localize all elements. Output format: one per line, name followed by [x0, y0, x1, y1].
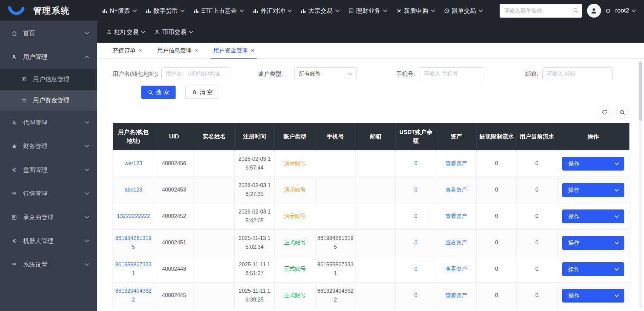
cell-uid: 40002452: [154, 203, 194, 229]
sidebar-item[interactable]: ★财务管理: [0, 134, 97, 158]
table-header-row: 用户名(钱包地址)UID实名姓名注册时间账户类型手机号邮箱USDT账户余额资产提…: [113, 123, 629, 150]
topnav-item[interactable]: 大宗交易: [296, 0, 344, 21]
user-menu[interactable]: root2: [615, 7, 635, 14]
bar-chart-icon: [146, 8, 151, 14]
topnav-item[interactable]: 数字货币: [141, 0, 189, 21]
topnav-item[interactable]: 外汇对冲: [248, 0, 296, 21]
refresh-button[interactable]: [598, 106, 611, 118]
sidebar-subitem[interactable]: 用户信息管理: [0, 69, 97, 90]
cell-user-current-flow: 0: [517, 150, 557, 177]
cell-usdt-balance: 0: [396, 177, 436, 203]
column-header: 账户类型: [275, 123, 315, 150]
email-input[interactable]: [542, 67, 613, 80]
view-assets-link[interactable]: 查看资产: [445, 240, 467, 245]
gear-icon: [10, 238, 19, 244]
sidebar-item[interactable]: 用户管理: [0, 45, 97, 69]
column-header: 注册时间: [235, 123, 275, 150]
username-link[interactable]: 8619842653195: [115, 235, 152, 250]
column-header: UID: [154, 123, 194, 150]
username-link[interactable]: 13222222222: [117, 213, 150, 219]
row-action-button[interactable]: 操作: [562, 289, 624, 303]
search-button[interactable]: 搜 索: [141, 86, 176, 99]
row-action-label: 操作: [568, 213, 580, 220]
topnav-item[interactable]: 跟单交易: [439, 0, 487, 21]
user-avatar[interactable]: [587, 4, 601, 18]
username-link[interactable]: wer123: [124, 160, 142, 166]
topnav-item[interactable]: 新股申购: [391, 0, 439, 21]
column-header: 用户当前流水: [517, 123, 557, 150]
view-assets-link[interactable]: 查看资产: [445, 213, 467, 219]
usdt-balance-link[interactable]: 0: [415, 292, 418, 298]
sidebar-item[interactable]: 机器人管理: [0, 229, 97, 253]
sidebar-item[interactable]: 首页: [0, 21, 97, 45]
search-tool-button[interactable]: [616, 106, 628, 118]
cell-phone: 8613294943322: [315, 282, 356, 309]
sidebar-item[interactable]: 行情管理: [0, 182, 97, 205]
sidebar-item[interactable]: 承兑商管理: [0, 205, 97, 229]
tab-item[interactable]: 充值订单×: [105, 43, 150, 58]
username-link[interactable]: 8615558273331: [115, 262, 152, 276]
topnav-item[interactable]: 理财业务: [344, 0, 391, 21]
account-type-select[interactable]: 所有账号: [294, 67, 357, 80]
topnav-item[interactable]: N+股票: [97, 0, 141, 21]
chevron-down-icon: [383, 8, 387, 12]
topnav-item[interactable]: 杠杆交易: [102, 21, 149, 43]
row-action-button[interactable]: 操作: [562, 262, 624, 276]
row-action-button[interactable]: 操作: [562, 183, 624, 197]
cell-phone: [315, 177, 356, 203]
topnav-item[interactable]: 币币交易: [149, 21, 197, 43]
cell-account-type: 演示账号: [275, 203, 315, 229]
row-action-button[interactable]: 操作: [562, 236, 624, 250]
clear-button-label: 清 空: [200, 88, 213, 96]
username-input[interactable]: [161, 67, 229, 80]
sidebar-item-label: 代理管理: [23, 118, 47, 127]
sidebar-item[interactable]: 系统设置: [0, 253, 97, 276]
row-action-button[interactable]: 操作: [562, 157, 624, 171]
cell-realname: [194, 229, 235, 256]
cell-withdraw-limit-flow: 0: [477, 256, 517, 282]
cell-realname: [194, 256, 235, 282]
chevron-down-icon: [180, 8, 185, 12]
sidebar-item[interactable]: 代理管理: [0, 111, 97, 134]
sidebar-item-label: 机器人管理: [23, 237, 54, 245]
username-link[interactable]: 8613294943322: [115, 288, 152, 303]
close-icon[interactable]: ×: [251, 47, 255, 53]
topnav-item[interactable]: ETF上市基金: [189, 0, 248, 21]
row-action-label: 操作: [568, 160, 580, 168]
usdt-balance-link[interactable]: 0: [415, 160, 418, 166]
chevron-down-icon: [85, 143, 89, 148]
view-assets-link[interactable]: 查看资产: [445, 187, 467, 193]
scrollbar-thumb[interactable]: [639, 62, 642, 121]
cell-reg-time: 2026-02-03 15:42:05: [235, 203, 275, 229]
topbar-secondary: 杠杆交易币币交易: [97, 21, 644, 43]
vertical-scrollbar[interactable]: [639, 62, 642, 308]
usdt-balance-link[interactable]: 0: [415, 266, 418, 272]
gear-icon: [10, 167, 19, 173]
usdt-balance-link[interactable]: 0: [415, 213, 418, 219]
sidebar-subitem[interactable]: ☆用户资金管理: [0, 90, 97, 111]
topnav-item-label: 外汇对冲: [261, 7, 285, 15]
clear-button[interactable]: 清 空: [185, 86, 219, 99]
usdt-balance-link[interactable]: 0: [415, 240, 418, 245]
close-icon[interactable]: ×: [195, 47, 199, 53]
username-link[interactable]: abc123: [124, 187, 142, 193]
row-action-button[interactable]: 操作: [562, 209, 624, 223]
search-button-label: 搜 索: [156, 88, 169, 96]
tab-item[interactable]: 用户资金管理×: [206, 43, 262, 58]
filter-actions: 搜 索 清 空: [141, 86, 628, 99]
phone-input[interactable]: [420, 67, 483, 80]
cell-phone: [315, 150, 356, 177]
view-assets-link[interactable]: 查看资产: [445, 292, 467, 298]
cell-usdt-balance: 0: [396, 256, 436, 282]
usdt-balance-link[interactable]: 0: [415, 187, 418, 193]
sidebar-item[interactable]: 盘面管理: [0, 158, 97, 182]
chevron-down-icon: [615, 161, 619, 165]
tab-item[interactable]: 用户信息管理×: [150, 43, 206, 58]
close-icon[interactable]: ×: [139, 47, 142, 53]
star-icon: ★: [10, 142, 19, 150]
view-assets-link[interactable]: 查看资产: [445, 160, 467, 166]
chevron-down-icon: [85, 167, 89, 171]
search-icon[interactable]: [573, 7, 579, 13]
view-assets-link[interactable]: 查看资产: [445, 266, 467, 272]
chevron-down-icon: [85, 214, 89, 219]
